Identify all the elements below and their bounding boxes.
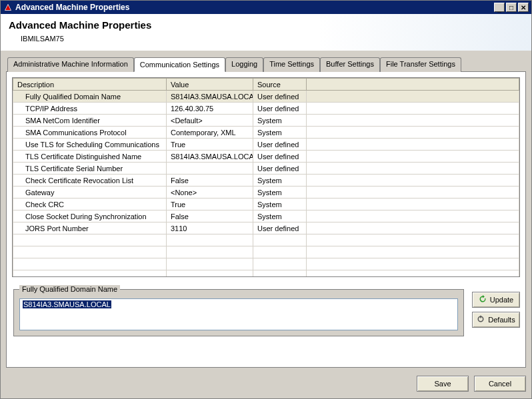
app-icon	[3, 3, 13, 12]
cell-description: JORS Port Number	[13, 222, 167, 234]
table-row[interactable]: SMA Communications ProtocolContemporary,…	[13, 127, 519, 139]
cell-description: TLS Certificate Serial Number	[13, 163, 167, 175]
cell-description: TCP/IP Address	[13, 103, 167, 115]
tab-logging[interactable]: Logging	[225, 57, 263, 72]
cell-blank	[307, 210, 519, 222]
column-header-blank	[307, 79, 519, 91]
tab-buffer-settings[interactable]: Buffer Settings	[320, 57, 380, 72]
svg-rect-2	[481, 316, 482, 318]
window-controls: _ □ ✕	[494, 3, 529, 12]
column-header-description[interactable]: Description	[13, 79, 167, 91]
table-row[interactable]: TLS Certificate Serial NumberUser define…	[13, 163, 519, 175]
cell-source: User defined	[253, 151, 307, 163]
window-title: Advanced Machine Properties	[15, 3, 494, 12]
tab-panel: Description Value Source Fully Qualified…	[6, 71, 526, 368]
cell-description: Check CRC	[13, 199, 167, 210]
column-header-source[interactable]: Source	[253, 79, 307, 91]
cell-blank	[307, 115, 519, 127]
titlebar: Advanced Machine Properties _ □ ✕	[1, 1, 531, 14]
cell-value: False	[167, 175, 253, 187]
cell-blank	[307, 175, 519, 187]
content: Administrative Machine InformationCommun…	[1, 51, 531, 370]
cell-source: System	[253, 115, 307, 127]
table-row[interactable]: Use TLS for Scheduling CommunicationsTru…	[13, 139, 519, 151]
cell-blank	[307, 187, 519, 199]
column-header-value[interactable]: Value	[167, 79, 253, 91]
cell-value: S814IA3.SMAUSA.LOCAL	[167, 91, 253, 103]
cell-blank	[307, 163, 519, 175]
cell-blank	[307, 91, 519, 103]
save-button[interactable]: Save	[417, 376, 469, 392]
cell-value: False	[167, 210, 253, 222]
table-row-empty	[13, 246, 519, 258]
cell-value: Contemporary, XML	[167, 127, 253, 139]
header: Advanced Machine Properties IBMILSAM75	[1, 14, 531, 51]
cell-description: SMA NetCom Identifier	[13, 115, 167, 127]
cell-value	[167, 163, 253, 175]
table-row-empty	[13, 258, 519, 270]
refresh-icon	[479, 295, 487, 304]
table-row[interactable]: Check CRCTrueSystem	[13, 199, 519, 210]
tab-time-settings[interactable]: Time Settings	[263, 57, 320, 72]
cell-description: TLS Certificate Distinguished Name	[13, 151, 167, 163]
cell-blank	[307, 199, 519, 210]
reset-icon	[477, 315, 485, 324]
cell-blank	[307, 139, 519, 151]
table-row-empty	[13, 234, 519, 246]
cell-blank	[307, 127, 519, 139]
table-row[interactable]: Fully Qualified Domain NameS814IA3.SMAUS…	[13, 91, 519, 103]
editor-legend: Fully Qualified Domain Name	[19, 285, 120, 293]
cell-source: User defined	[253, 103, 307, 115]
cell-value: True	[167, 199, 253, 210]
table-row[interactable]: SMA NetCom Identifier<Default>System	[13, 115, 519, 127]
table-row[interactable]: Close Socket During SynchronizationFalse…	[13, 210, 519, 222]
editor-fieldset: Fully Qualified Domain Name S814IA3.SMAU…	[13, 285, 464, 336]
tab-administrative-machine-information[interactable]: Administrative Machine Information	[7, 57, 134, 72]
cell-value: S814IA3.SMAUSA.LOCAL	[167, 151, 253, 163]
cell-source: System	[253, 199, 307, 210]
editor-input[interactable]: S814IA3.SMAUSA.LOCAL	[19, 298, 458, 330]
table-row[interactable]: TLS Certificate Distinguished NameS814IA…	[13, 151, 519, 163]
update-button[interactable]: Update	[472, 292, 520, 308]
tab-file-transfer-settings[interactable]: File Transfer Settings	[380, 57, 461, 72]
tab-communication-settings[interactable]: Communication Settings	[134, 57, 225, 72]
defaults-button[interactable]: Defaults	[472, 312, 520, 328]
cell-blank	[307, 151, 519, 163]
window: Advanced Machine Properties _ □ ✕ Advanc…	[0, 0, 532, 399]
minimize-button[interactable]: _	[494, 3, 505, 12]
page-title: Advanced Machine Properties	[9, 19, 523, 31]
table-row[interactable]: Check Certificate Revocation ListFalseSy…	[13, 175, 519, 187]
maximize-button[interactable]: □	[506, 3, 517, 12]
cell-value: <Default>	[167, 115, 253, 127]
cell-description: Fully Qualified Domain Name	[13, 91, 167, 103]
update-label: Update	[490, 296, 513, 304]
cell-value: True	[167, 139, 253, 151]
cancel-label: Cancel	[489, 380, 511, 388]
save-label: Save	[434, 380, 451, 388]
cell-source: System	[253, 175, 307, 187]
cell-blank	[307, 222, 519, 234]
cell-description: Close Socket During Synchronization	[13, 210, 167, 222]
table-row-empty	[13, 270, 519, 278]
cell-description: Check Certificate Revocation List	[13, 175, 167, 187]
table-row[interactable]: TCP/IP Address126.40.30.75User defined	[13, 103, 519, 115]
cell-value: 3110	[167, 222, 253, 234]
cell-value: <None>	[167, 187, 253, 199]
table-row[interactable]: JORS Port Number3110User defined	[13, 222, 519, 234]
cell-description: Use TLS for Scheduling Communications	[13, 139, 167, 151]
defaults-label: Defaults	[488, 316, 515, 324]
machine-name: IBMILSAM75	[21, 35, 523, 43]
close-button[interactable]: ✕	[518, 3, 529, 12]
cell-source: User defined	[253, 163, 307, 175]
cell-source: System	[253, 210, 307, 222]
cell-source: User defined	[253, 139, 307, 151]
footer-buttons: Save Cancel	[1, 370, 531, 398]
table-row[interactable]: Gateway<None>System	[13, 187, 519, 199]
cell-description: SMA Communications Protocol	[13, 127, 167, 139]
cell-source: User defined	[253, 91, 307, 103]
editor-area: Fully Qualified Domain Name S814IA3.SMAU…	[12, 285, 520, 336]
cancel-button[interactable]: Cancel	[474, 376, 526, 392]
cell-description: Gateway	[13, 187, 167, 199]
properties-table: Description Value Source Fully Qualified…	[12, 77, 520, 277]
editor-buttons: Update Defaults	[472, 292, 520, 328]
